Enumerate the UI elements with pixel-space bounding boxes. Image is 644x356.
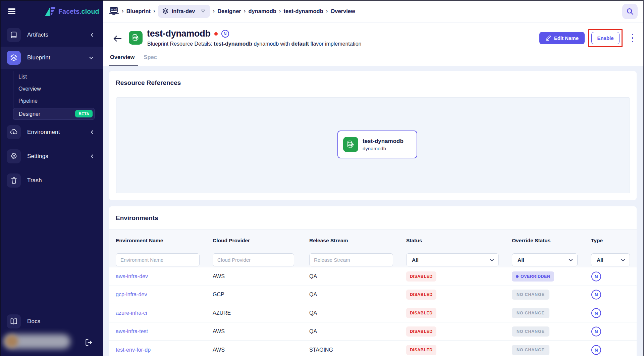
resource-subtitle: Blueprint Resource Details: test-dynamod… bbox=[147, 41, 361, 47]
sidebar-item-artifacts[interactable]: Artifacts bbox=[0, 28, 103, 42]
column-header-environment-name: Environment Name bbox=[116, 238, 213, 244]
release-stream-cell: STAGING bbox=[309, 347, 406, 353]
sidebar-header: Facets.cloud bbox=[0, 0, 103, 22]
cloud-provider-cell: AWS bbox=[213, 347, 309, 353]
environment-name-link[interactable]: test-env-for-dp bbox=[116, 347, 213, 353]
svg-text:DEMO: DEMO bbox=[111, 9, 116, 11]
resource-references-card: Resource References bbox=[109, 71, 637, 200]
tabs: Overview Spec bbox=[109, 54, 157, 66]
type-n-badge-icon: N bbox=[591, 290, 601, 300]
logo[interactable]: Facets.cloud bbox=[45, 6, 99, 16]
sidebar-subitem-designer[interactable]: Designer BETA bbox=[13, 108, 95, 120]
environment-name-link[interactable]: gcp-infra-dev bbox=[116, 292, 213, 298]
environments-title: Environments bbox=[116, 214, 158, 222]
status-filter-select[interactable]: All bbox=[406, 253, 499, 266]
chevron-down-icon bbox=[89, 56, 94, 59]
environment-name-filter-input[interactable] bbox=[116, 253, 200, 266]
breadcrumb-separator: › bbox=[244, 8, 246, 14]
search-button[interactable] bbox=[622, 4, 638, 19]
cloud-provider-cell: AWS bbox=[213, 328, 309, 335]
environment-name-link[interactable]: aws-infra-dev bbox=[116, 273, 213, 279]
column-header-type: Type bbox=[591, 238, 633, 244]
tab-overview[interactable]: Overview bbox=[109, 54, 138, 66]
page: Facets.cloud Artifacts Blueprint List bbox=[0, 0, 644, 356]
resource-node[interactable]: test-dynamodb dynamodb bbox=[337, 131, 417, 158]
sidebar-item-settings[interactable]: Settings bbox=[0, 149, 103, 163]
artifacts-icon bbox=[7, 28, 21, 42]
override-status-badge: NO CHANGE bbox=[512, 326, 549, 337]
demo-laptop-icon: DEMO bbox=[109, 7, 119, 15]
trash-icon bbox=[7, 173, 21, 188]
header-actions: Edit Name Enable bbox=[539, 29, 636, 47]
cloud-provider-cell: AZURE bbox=[213, 310, 309, 316]
type-n-badge-icon: N bbox=[591, 326, 601, 336]
override-status-filter-select[interactable]: All bbox=[512, 253, 578, 266]
dynamodb-icon bbox=[129, 31, 143, 45]
sidebar-item-trash[interactable]: Trash bbox=[0, 173, 103, 188]
chevron-down-icon bbox=[490, 259, 494, 261]
content-area: Resource References bbox=[103, 66, 644, 356]
sidebar-subitem-overview[interactable]: Overview bbox=[18, 86, 41, 92]
breadcrumb-item-overview[interactable]: Overview bbox=[330, 8, 355, 14]
breadcrumb-separator: › bbox=[279, 8, 281, 14]
resource-references-title: Resource References bbox=[116, 79, 181, 87]
beta-badge: BETA bbox=[75, 110, 93, 117]
brand-name: Facets.cloud bbox=[58, 8, 99, 15]
release-stream-filter-input[interactable] bbox=[309, 253, 393, 266]
override-status-badge: NO CHANGE bbox=[512, 308, 549, 318]
enable-button[interactable]: Enable bbox=[591, 32, 620, 44]
table-row[interactable]: aws-infra-dev AWS QA DISABLED OVERRIDDEN… bbox=[109, 267, 637, 286]
cloud-provider-cell: GCP bbox=[213, 292, 309, 298]
environment-name-link[interactable]: aws-infra-test bbox=[116, 328, 213, 335]
environments-header: Environments bbox=[109, 206, 637, 230]
sidebar-item-environment[interactable]: Environment bbox=[0, 125, 103, 139]
type-filter-select[interactable]: All bbox=[591, 253, 630, 266]
override-dot-icon bbox=[516, 275, 519, 278]
sidebar-item-label: Artifacts bbox=[27, 32, 48, 38]
table-row[interactable]: aws-infra-test AWS QA DISABLED NO CHANGE… bbox=[109, 322, 637, 341]
breadcrumb-env-selector[interactable]: infra-dev bbox=[158, 5, 210, 18]
breadcrumb-separator: › bbox=[326, 8, 328, 14]
avatar bbox=[5, 335, 18, 348]
column-header-cloud-provider: Cloud Provider bbox=[213, 238, 309, 244]
environment-name-link[interactable]: azure-infra-ci bbox=[116, 310, 213, 316]
breadcrumb-item-dynamodb[interactable]: dynamodb bbox=[248, 8, 276, 14]
n-badge-icon: N bbox=[221, 30, 229, 38]
edit-name-label: Edit Name bbox=[554, 35, 579, 41]
breadcrumb-item-blueprint[interactable]: Blueprint bbox=[126, 8, 151, 14]
kebab-menu-icon[interactable] bbox=[630, 34, 636, 43]
sidebar-item-label: Environment bbox=[27, 129, 60, 136]
sidebar-subitem-list[interactable]: List bbox=[18, 74, 27, 80]
table-row[interactable]: test-env-for-dp AWS STAGING DISABLED NO … bbox=[109, 341, 637, 356]
table-row[interactable]: gcp-infra-dev GCP QA DISABLED NO CHANGE … bbox=[109, 286, 637, 304]
chevron-down-icon bbox=[569, 259, 573, 261]
status-badge: DISABLED bbox=[406, 290, 436, 300]
breadcrumb: DEMO › Blueprint › infra-dev › Designer … bbox=[109, 0, 355, 22]
resource-node-type: dynamodb bbox=[363, 146, 404, 151]
sidebar-item-blueprint[interactable]: Blueprint bbox=[0, 47, 103, 69]
back-arrow-icon[interactable] bbox=[113, 35, 122, 43]
sidebar-item-docs[interactable]: Docs bbox=[0, 314, 103, 328]
breadcrumb-item-test-dynamodb[interactable]: test-dynamodb bbox=[284, 8, 323, 14]
table-row[interactable]: azure-infra-ci AZURE QA DISABLED NO CHAN… bbox=[109, 304, 637, 322]
hamburger-menu-icon[interactable] bbox=[8, 8, 15, 14]
top-bar: DEMO › Blueprint › infra-dev › Designer … bbox=[103, 0, 644, 22]
red-dot-icon bbox=[214, 32, 218, 36]
tab-spec[interactable]: Spec bbox=[144, 54, 157, 66]
edit-name-button[interactable]: Edit Name bbox=[539, 32, 585, 44]
logout-icon[interactable] bbox=[85, 338, 93, 348]
resource-references-canvas: test-dynamodb dynamodb bbox=[116, 97, 630, 193]
type-n-badge-icon: N bbox=[591, 308, 601, 318]
override-status-badge: OVERRIDDEN bbox=[512, 271, 554, 282]
release-stream-cell: QA bbox=[309, 310, 406, 316]
sidebar: Facets.cloud Artifacts Blueprint List bbox=[0, 0, 103, 356]
cloud-provider-cell: AWS bbox=[213, 273, 309, 279]
main-area: DEMO › Blueprint › infra-dev › Designer … bbox=[103, 0, 644, 356]
column-header-status: Status bbox=[406, 238, 512, 244]
cloud-provider-filter-input[interactable] bbox=[213, 253, 294, 266]
breadcrumb-item-designer[interactable]: Designer bbox=[217, 8, 241, 14]
chevron-left-icon bbox=[91, 154, 94, 159]
sidebar-item-label: Blueprint bbox=[27, 54, 50, 61]
sidebar-subitem-pipeline[interactable]: Pipeline bbox=[18, 98, 38, 104]
annotation-highlight-box: Enable bbox=[588, 29, 623, 47]
